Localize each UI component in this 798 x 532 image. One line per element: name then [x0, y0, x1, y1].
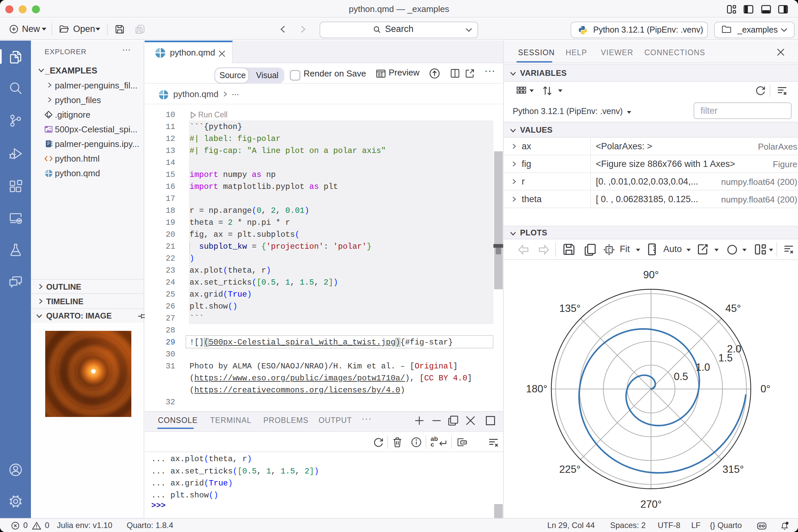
svg-text:2.0: 2.0 [727, 343, 741, 355]
svg-text:0°: 0° [760, 383, 771, 395]
svg-text:225°: 225° [559, 463, 581, 475]
svg-text:90°: 90° [643, 269, 659, 281]
svg-text:315°: 315° [723, 463, 744, 475]
svg-text:1.0: 1.0 [696, 361, 710, 373]
svg-text:135°: 135° [559, 303, 581, 314]
svg-text:270°: 270° [640, 498, 662, 510]
svg-text:180°: 180° [526, 383, 547, 395]
svg-text:0.5: 0.5 [673, 371, 688, 382]
svg-text:45°: 45° [725, 303, 741, 314]
